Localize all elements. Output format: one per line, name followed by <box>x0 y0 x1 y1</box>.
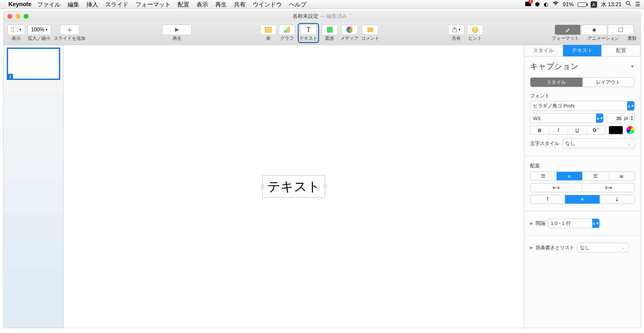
tb-shape[interactable]: 図形 <box>322 25 338 41</box>
font-family-select[interactable]: ヒラギノ角ゴ ProN▲▼ <box>530 101 635 111</box>
menu-edit[interactable]: 編集 <box>68 1 79 8</box>
shape-icon <box>327 27 333 33</box>
menu-help[interactable]: ヘルプ <box>289 1 306 8</box>
resize-handle-right[interactable] <box>324 185 327 188</box>
chart-icon <box>284 27 290 33</box>
minimize-button[interactable] <box>16 14 20 19</box>
tb-chart[interactable]: グラフ <box>279 25 295 41</box>
disclosure-triangle-icon[interactable]: ▶ <box>530 221 533 226</box>
align-right-button[interactable]: ☰ <box>583 172 609 180</box>
window-title[interactable]: 名称未設定 — 編集済み ˅ <box>293 13 351 20</box>
char-style-select[interactable]: なし⌄ <box>562 139 635 148</box>
subtab-style[interactable]: スタイル <box>530 78 583 87</box>
sync-icon[interactable]: ◐ <box>544 1 549 8</box>
indent-buttons: ⇤≡ ≡⇥ <box>530 183 635 192</box>
bullets-select[interactable]: なし⌄ <box>577 243 629 252</box>
tb-format[interactable] <box>555 25 581 35</box>
svg-rect-2 <box>11 28 18 32</box>
app-name[interactable]: Keynote <box>8 1 31 8</box>
inspector-tab-arrange[interactable]: 配置 <box>602 45 640 56</box>
fullscreen-button[interactable] <box>24 14 28 19</box>
underline-button[interactable]: U <box>568 126 587 134</box>
align-justify-button[interactable]: ≣ <box>609 172 635 180</box>
control-center-icon[interactable]: ☰ <box>635 1 640 8</box>
svg-marker-4 <box>175 28 179 32</box>
tb-share[interactable]: ▾ 共有 <box>448 25 464 41</box>
valign-top-button[interactable]: ⤒ <box>530 195 565 204</box>
align-center-button[interactable]: ≡ <box>557 172 583 180</box>
horizontal-align-buttons: ☰ ≡ ☰ ≣ <box>530 172 635 181</box>
align-left-button[interactable]: ☰ <box>530 172 557 180</box>
menu-insert[interactable]: 挿入 <box>86 1 98 8</box>
slide-thumb-1[interactable]: 1 <box>7 48 60 80</box>
menu-view[interactable]: 表示 <box>196 1 208 8</box>
tb-document[interactable] <box>608 25 634 35</box>
inspector-tab-style[interactable]: スタイル <box>524 45 563 56</box>
outdent-button[interactable]: ⇤≡ <box>530 183 583 192</box>
tb-text-highlighted: T テキスト <box>298 23 319 43</box>
wifi-icon[interactable] <box>552 1 559 8</box>
resize-handle-left[interactable] <box>261 185 264 188</box>
menu-slide[interactable]: スライド <box>105 1 128 8</box>
disclosure-triangle-icon[interactable]: ▶ <box>530 245 533 250</box>
clock[interactable]: 水 13:21 <box>601 1 622 8</box>
titlebar: 名称未設定 — 編集済み ˅ <box>4 11 640 21</box>
font-weight-select[interactable]: W3▲▼ <box>530 113 604 123</box>
media-icon <box>346 27 353 33</box>
font-section-label: フォント <box>530 93 635 99</box>
menu-play[interactable]: 再生 <box>215 1 227 8</box>
spacing-select[interactable]: 1.0 - 1 行▲▼ <box>548 218 600 228</box>
italic-button[interactable]: I <box>549 126 568 134</box>
menu-window[interactable]: ウインドウ <box>253 1 282 8</box>
text-subtabs: スタイル レイアウト <box>530 77 635 87</box>
tb-comment[interactable]: コメント <box>361 25 379 41</box>
toolbar: ▾ 表示 100%▾ 拡大／縮小 ＋ スライドを追加 再生 表 グラフ T <box>4 21 640 45</box>
tb-add-slide[interactable]: ＋ スライドを追加 <box>54 25 85 41</box>
indent-button[interactable]: ≡⇥ <box>583 183 634 192</box>
bold-button[interactable]: B <box>530 126 549 134</box>
tb-animation[interactable]: ◆ <box>581 25 607 35</box>
inspector-tab-text[interactable]: テキスト <box>563 45 602 56</box>
workarea: 1 テキスト スタイル テキスト 配置 キャプション ▼ <box>4 45 640 328</box>
font-size-input[interactable] <box>607 116 623 121</box>
font-gear-button[interactable]: ✿˅ <box>587 126 605 134</box>
font-size-stepper[interactable]: pt ▲▼ <box>607 113 635 123</box>
char-style-label: 文字スタイル <box>530 140 559 147</box>
vertical-align-buttons: ⤒ ✳ ⤓ <box>530 195 635 204</box>
slide-canvas[interactable]: テキスト <box>64 45 524 328</box>
battery-icon <box>578 2 587 7</box>
tb-view[interactable]: ▾ 表示 <box>7 25 25 41</box>
alignment-label: 配置 <box>530 163 635 169</box>
mail-icon[interactable]: 1 <box>525 1 531 8</box>
svg-rect-7 <box>619 28 623 32</box>
dropbox-icon[interactable]: ⬢ <box>535 1 540 8</box>
menu-format[interactable]: フォーマット <box>136 1 171 8</box>
bullets-label: 箇条書きとリスト <box>536 245 574 251</box>
tb-table[interactable]: 表 <box>260 25 276 41</box>
tb-hint[interactable]: ? ヒント <box>467 25 483 41</box>
tb-text[interactable]: T テキスト <box>299 25 317 41</box>
valign-middle-button[interactable]: ✳ <box>565 195 600 204</box>
tb-zoom[interactable]: 100%▾ 拡大／縮小 <box>28 25 51 41</box>
valign-bottom-button[interactable]: ⤓ <box>600 195 634 204</box>
subtab-layout[interactable]: レイアウト <box>583 78 635 87</box>
svg-line-1 <box>629 4 631 6</box>
text-color-swatch[interactable] <box>609 126 623 134</box>
table-icon <box>265 27 272 33</box>
menu-share[interactable]: 共有 <box>234 1 246 8</box>
slide-navigator[interactable]: 1 <box>4 45 64 328</box>
tb-media[interactable]: メディア <box>340 25 359 41</box>
spotlight-icon[interactable] <box>626 1 631 8</box>
tb-play[interactable]: 再生 <box>162 25 192 41</box>
input-source-badge[interactable]: A <box>591 1 597 8</box>
close-button[interactable] <box>7 14 12 19</box>
chevron-down-icon: ▼ <box>630 64 635 69</box>
menu-file[interactable]: ファイル <box>37 1 61 8</box>
svg-point-0 <box>626 1 629 5</box>
color-wheel-button[interactable] <box>626 126 635 134</box>
selected-textbox[interactable]: テキスト <box>262 175 325 198</box>
traffic-lights <box>7 14 28 19</box>
font-style-buttons: B I U ✿˅ <box>530 126 605 135</box>
menu-arrange[interactable]: 配置 <box>178 1 189 8</box>
paragraph-style-popup[interactable]: キャプション ▼ <box>530 61 635 72</box>
